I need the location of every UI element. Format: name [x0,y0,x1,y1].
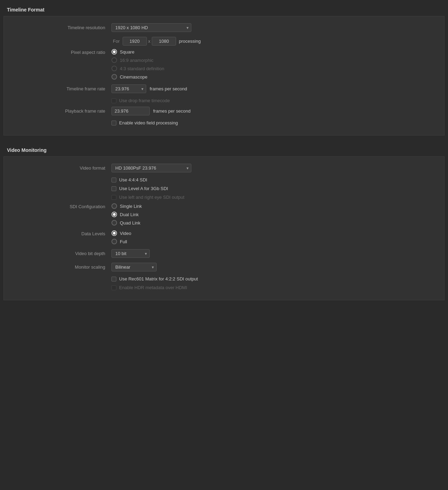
timeline-format-title: Timeline Format [0,2,448,16]
pixel-aspect-43[interactable]: 4:3 standard definition [111,66,164,71]
playback-framerate-label: Playback frame rate [14,108,111,114]
pixel-aspect-169[interactable]: 16:9 anamorphic [111,57,164,63]
timeline-framerate-select[interactable]: 23.976 24 25 29.97 30 48 50 59.94 60 [111,84,146,93]
timeline-format-box: Timeline resolution 1920 x 1080 HD 3840 … [3,16,445,136]
data-levels-full-label: Full [120,239,127,244]
sdi-config-row: SDI Configuration Single Link Dual Link … [14,203,434,226]
use-left-right-checkbox[interactable] [111,195,116,200]
use-left-right-checkbox-item[interactable]: Use left and right eye SDI output [111,195,184,200]
enable-hdr-checkbox-item[interactable]: Enable HDR metadata over HDMI [111,285,187,290]
field-processing-checkbox-item[interactable]: Enable video field processing [111,120,178,125]
data-levels-full-radio[interactable] [111,239,117,244]
resolution-for-row: For 1920 x 1080 processing [14,37,434,46]
timeline-framerate-label: Timeline frame rate [14,86,111,91]
data-levels-radio-group: Video Full [111,230,131,244]
timeline-resolution-row: Timeline resolution 1920 x 1080 HD 3840 … [14,23,434,32]
enable-hdr-checkbox[interactable] [111,285,116,290]
use-level-a-checkbox[interactable] [111,186,116,191]
sdi-config-label: SDI Configuration [14,203,111,209]
data-levels-label: Data Levels [14,230,111,236]
playback-framerate-unit: frames per second [153,108,191,114]
sdi-quad-link-radio[interactable] [111,220,117,226]
monitor-scaling-row: Monitor scaling Bilinear Bicubic Nearest [14,263,434,271]
video-format-row: Video format HD 1080PsF 23.976 HD 1080i … [14,164,434,172]
use-444-sdi-label: Use 4:4:4 SDI [119,177,147,182]
monitor-scaling-controls: Bilinear Bicubic Nearest [111,263,157,271]
sdi-single-link-radio[interactable] [111,203,117,209]
use-level-a-row: Use Level A for 3Gb SDI [14,186,434,191]
use-rec601-checkbox-item[interactable]: Use Rec601 Matrix for 4:2:2 SDI output [111,276,198,281]
data-levels-full[interactable]: Full [111,239,131,244]
video-format-select[interactable]: HD 1080PsF 23.976 HD 1080i 25 HD 1080i 2… [111,164,191,172]
resolution-height-input[interactable]: 1080 [152,37,176,46]
field-processing-row: Enable video field processing [14,120,434,125]
playback-framerate-input[interactable] [111,107,150,115]
use-rec601-row: Use Rec601 Matrix for 4:2:2 SDI output [14,276,434,281]
video-bit-depth-select-wrapper: 8 bit 10 bit 12 bit [111,249,150,258]
data-levels-video-radio[interactable] [111,230,117,236]
resolution-width-input[interactable]: 1920 [123,37,147,46]
timeline-framerate-controls: 23.976 24 25 29.97 30 48 50 59.94 60 fra… [111,84,187,93]
playback-framerate-controls: frames per second [111,107,191,115]
monitor-scaling-select-wrapper: Bilinear Bicubic Nearest [111,263,157,271]
use-444-sdi-checkbox-item[interactable]: Use 4:4:4 SDI [111,177,147,182]
video-monitoring-box: Video format HD 1080PsF 23.976 HD 1080i … [3,156,445,300]
enable-hdr-row: Enable HDR metadata over HDMI [14,285,434,290]
drop-frame-label: Use drop frame timecode [119,98,170,103]
pixel-aspect-square[interactable]: Square [111,49,164,55]
pixel-aspect-43-label: 4:3 standard definition [120,66,164,71]
pixel-aspect-169-radio[interactable] [111,57,117,63]
monitor-scaling-label: Monitor scaling [14,264,111,270]
field-processing-checkbox[interactable] [111,121,116,125]
use-rec601-label: Use Rec601 Matrix for 4:2:2 SDI output [119,276,198,281]
timeline-resolution-select[interactable]: 1920 x 1080 HD 3840 x 2160 UHD 1280 x 72… [111,23,191,32]
use-444-sdi-checkbox[interactable] [111,178,116,182]
pixel-aspect-169-label: 16:9 anamorphic [120,58,154,63]
sdi-config-radio-group: Single Link Dual Link Quad Link [111,203,142,226]
pixel-aspect-cinemascope-label: Cinemascope [120,74,148,80]
sdi-dual-link[interactable]: Dual Link [111,212,142,217]
video-bit-depth-label: Video bit depth [14,251,111,256]
drop-frame-checkbox-item[interactable]: Use drop frame timecode [111,98,170,103]
use-level-a-checkbox-item[interactable]: Use Level A for 3Gb SDI [111,186,168,191]
video-bit-depth-row: Video bit depth 8 bit 10 bit 12 bit [14,249,434,258]
pixel-aspect-43-radio[interactable] [111,66,117,71]
pixel-aspect-cinemascope[interactable]: Cinemascope [111,74,164,80]
data-levels-row: Data Levels Video Full [14,230,434,244]
timeline-resolution-select-wrapper: 1920 x 1080 HD 3840 x 2160 UHD 1280 x 72… [111,23,191,32]
data-levels-video-label: Video [120,231,131,236]
video-monitoring-title: Video Monitoring [0,142,448,156]
pixel-aspect-cinemascope-radio[interactable] [111,74,117,80]
field-processing-label: Enable video field processing [119,120,178,125]
video-format-controls: HD 1080PsF 23.976 HD 1080i 25 HD 1080i 2… [111,164,191,172]
video-bit-depth-select[interactable]: 8 bit 10 bit 12 bit [111,249,150,258]
for-label: For [113,39,120,44]
timeline-framerate-row: Timeline frame rate 23.976 24 25 29.97 3… [14,84,434,93]
pixel-aspect-radio-group: Square 16:9 anamorphic 4:3 standard defi… [111,49,164,80]
use-left-right-row: Use left and right eye SDI output [14,195,434,200]
sdi-quad-link[interactable]: Quad Link [111,220,142,226]
use-left-right-label: Use left and right eye SDI output [119,195,184,200]
pixel-aspect-square-radio[interactable] [111,49,117,55]
pixel-aspect-ratio-row: Pixel aspect ratio Square 16:9 anamorphi… [14,49,434,80]
drop-frame-checkbox[interactable] [111,98,116,103]
timeline-resolution-label: Timeline resolution [14,25,111,30]
enable-hdr-label: Enable HDR metadata over HDMI [119,285,187,290]
sdi-dual-link-radio[interactable] [111,212,117,217]
video-format-label: Video format [14,165,111,171]
monitor-scaling-select[interactable]: Bilinear Bicubic Nearest [111,263,157,271]
pixel-aspect-square-label: Square [120,49,134,55]
timeline-resolution-controls: 1920 x 1080 HD 3840 x 2160 UHD 1280 x 72… [111,23,191,32]
sdi-single-link-label: Single Link [120,204,142,209]
data-levels-video[interactable]: Video [111,230,131,236]
timeline-framerate-select-wrapper: 23.976 24 25 29.97 30 48 50 59.94 60 [111,84,146,93]
pixel-aspect-ratio-label: Pixel aspect ratio [14,49,111,55]
playback-framerate-row: Playback frame rate frames per second [14,107,434,115]
video-bit-depth-controls: 8 bit 10 bit 12 bit [111,249,150,258]
timeline-framerate-unit: frames per second [150,86,187,91]
video-format-select-wrapper: HD 1080PsF 23.976 HD 1080i 25 HD 1080i 2… [111,164,191,172]
sdi-single-link[interactable]: Single Link [111,203,142,209]
use-rec601-checkbox[interactable] [111,277,116,281]
x-separator: x [148,39,151,44]
sdi-quad-link-label: Quad Link [120,220,140,226]
